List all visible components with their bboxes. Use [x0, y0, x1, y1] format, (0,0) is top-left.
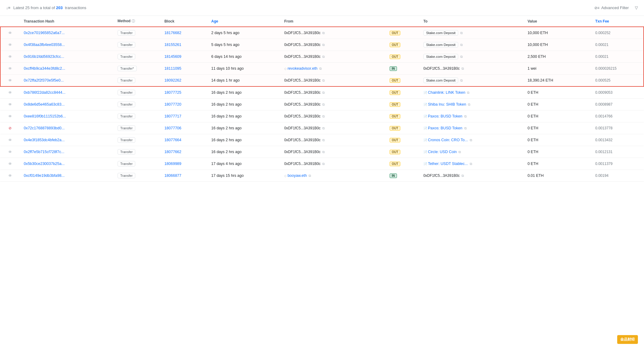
- hash-cell: 0x4f38aa3fb4ee03558...: [20, 39, 114, 51]
- block-link[interactable]: 18077664: [165, 138, 182, 142]
- tx-hash-link[interactable]: 0x4e3f1853dc4bfeb2a...: [24, 138, 65, 142]
- copy-to-icon[interactable]: ⧉: [464, 126, 467, 130]
- block-link[interactable]: 18111095: [165, 66, 182, 71]
- block-link[interactable]: 18145609: [165, 54, 182, 59]
- copy-from-icon[interactable]: ⧉: [322, 43, 325, 47]
- block-link[interactable]: 18176682: [165, 31, 182, 35]
- tx-hash-link[interactable]: 0x2ff7e5b715cf728f7c...: [24, 150, 64, 154]
- from-ens-link[interactable]: booyaw.eth: [288, 173, 307, 178]
- to-token-link[interactable]: Cronos Coin: CRO To...: [428, 138, 468, 142]
- copy-to-icon[interactable]: ⧉: [460, 43, 463, 47]
- copy-to-icon[interactable]: ⧉: [464, 114, 467, 118]
- tx-hash-link[interactable]: 0x72c1768878893bd0...: [24, 126, 65, 130]
- transaction-count-link[interactable]: 203: [56, 5, 63, 10]
- direction-cell: OUT: [385, 122, 420, 134]
- eye-icon[interactable]: 👁: [8, 138, 12, 142]
- tx-hash-link[interactable]: 0xcf0149e19db3bfa98...: [24, 173, 65, 178]
- eye-icon[interactable]: 👁: [8, 102, 12, 107]
- copy-from-icon[interactable]: ⧉: [309, 174, 311, 178]
- copy-from-icon[interactable]: ⧉: [322, 126, 325, 130]
- fee-cell: 0.0013778: [592, 122, 644, 134]
- tx-hash-link[interactable]: 0x4f38aa3fb4ee03558...: [24, 43, 65, 47]
- to-cell: Stake.com Deposit⧉: [420, 75, 524, 87]
- copy-to-icon[interactable]: ⧉: [458, 150, 461, 154]
- from-ens-link[interactable]: revokeadvisor.eth: [288, 66, 317, 71]
- copy-from-icon[interactable]: ⧉: [322, 162, 325, 166]
- copy-from-icon[interactable]: ⧉: [322, 55, 325, 59]
- direction-cell: OUT: [385, 110, 420, 122]
- copy-to-icon[interactable]: ⧉: [460, 79, 463, 82]
- copy-to-icon[interactable]: ⧉: [470, 162, 472, 166]
- copy-to-icon[interactable]: ⧉: [470, 138, 472, 142]
- table-row: 👁0x2ff7e5b715cf728f7c...Transfer18077662…: [0, 146, 644, 158]
- copy-from-icon[interactable]: ⧉: [322, 103, 325, 107]
- copy-from-icon[interactable]: ⧉: [322, 114, 325, 118]
- tx-hash-link[interactable]: 0xcff4b9ca344e3fd8c2...: [24, 66, 65, 71]
- block-link[interactable]: 18069989: [165, 162, 182, 166]
- copy-to-icon[interactable]: ⧉: [460, 55, 463, 59]
- advanced-filter-button[interactable]: ⊘≡ Advanced Filter: [592, 4, 631, 11]
- tx-hash-link[interactable]: 0x72ffa2f2f370e5f5e0...: [24, 78, 64, 82]
- to-token-link[interactable]: Tether: USDT Stablec...: [428, 162, 468, 166]
- tx-hash-link[interactable]: 0xee816f0b1115152b6...: [24, 114, 66, 118]
- copy-to-icon[interactable]: ⧉: [468, 103, 470, 107]
- copy-from-icon[interactable]: ⧉: [319, 67, 322, 71]
- to-token-link[interactable]: Shiba Inu: SHIB Token: [428, 102, 466, 107]
- block-link[interactable]: 18077717: [165, 114, 182, 118]
- eye-icon[interactable]: 👁: [8, 173, 12, 178]
- direction-cell: OUT: [385, 86, 420, 99]
- eye-icon[interactable]: 👁: [8, 90, 12, 95]
- col-header-txn-fee[interactable]: Txn Fee: [592, 16, 644, 27]
- tx-hash-link[interactable]: 0xb786f22da82cc8444...: [24, 90, 65, 95]
- col-header-hash: Transaction Hash: [20, 16, 114, 27]
- eye-icon[interactable]: 👁: [8, 43, 12, 47]
- to-token-link[interactable]: Circle: USD Coin: [428, 150, 457, 154]
- copy-from-icon[interactable]: ⧉: [322, 31, 325, 35]
- block-link[interactable]: 18077725: [165, 90, 182, 95]
- eye-icon[interactable]: 👁: [8, 78, 12, 83]
- copy-to-icon[interactable]: ⧉: [462, 67, 464, 71]
- direction-cell: OUT: [385, 51, 420, 63]
- out-badge: OUT: [390, 150, 400, 154]
- copy-to-icon[interactable]: ⧉: [467, 91, 469, 95]
- block-cell: 18077662: [161, 146, 208, 158]
- to-token-link[interactable]: Paxos: BUSD Token: [428, 114, 462, 118]
- eye-cell: 👁: [0, 170, 20, 182]
- tx-hash-link[interactable]: 0x916b1fdd56923cfcc...: [24, 54, 64, 59]
- tx-hash-link[interactable]: 0x8de6d5e465a63c83...: [24, 102, 65, 107]
- value-cell: 0 ETH: [524, 110, 592, 122]
- to-token-link[interactable]: Paxos: BUSD Token: [428, 126, 462, 130]
- tx-hash-link[interactable]: 0x5b30ce230037b25a...: [24, 162, 65, 166]
- to-cell: Stake.com Deposit⧉: [420, 51, 524, 63]
- table-header-row: Transaction Hash Method ⓘ Block Age From…: [0, 16, 644, 27]
- eye-icon[interactable]: 👁: [8, 162, 12, 166]
- method-cell: Transfer: [114, 51, 161, 63]
- block-link[interactable]: 18077706: [165, 126, 182, 130]
- copy-from-icon[interactable]: ⧉: [322, 150, 325, 154]
- col-header-age[interactable]: Age: [208, 16, 281, 27]
- to-token-link[interactable]: Chainlink: LINK Token: [428, 90, 465, 95]
- block-link[interactable]: 18092262: [165, 78, 182, 82]
- block-link[interactable]: 18077662: [165, 150, 182, 154]
- block-link[interactable]: 18155261: [165, 43, 182, 47]
- eye-icon[interactable]: 👁: [8, 150, 12, 154]
- eye-icon[interactable]: 👁: [8, 54, 12, 59]
- age-text: 16 days 2 hrs ago: [211, 138, 242, 142]
- hash-cell: 0x2ce701965852a6a7...: [20, 27, 114, 39]
- eye-icon[interactable]: 👁: [8, 31, 12, 35]
- copy-from-icon[interactable]: ⧉: [322, 91, 325, 95]
- copy-from-icon[interactable]: ⧉: [322, 79, 325, 82]
- copy-to-icon[interactable]: ⧉: [462, 174, 464, 178]
- value-cell: 10,000 ETH: [524, 39, 592, 51]
- filter-button[interactable]: ▽: [635, 5, 638, 10]
- block-link[interactable]: 18077720: [165, 102, 182, 107]
- copy-to-icon[interactable]: ⧉: [460, 31, 463, 35]
- method-badge: Transfer: [118, 161, 136, 166]
- eye-icon[interactable]: 👁: [8, 114, 12, 119]
- tx-hash-link[interactable]: 0x2ce701965852a6a7...: [24, 31, 65, 35]
- txn-fee-text: 0.00021: [595, 54, 608, 59]
- copy-from-icon[interactable]: ⧉: [322, 138, 325, 142]
- block-link[interactable]: 18066877: [165, 173, 182, 178]
- value-cell: 0 ETH: [524, 146, 592, 158]
- eye-icon[interactable]: 👁: [8, 66, 12, 71]
